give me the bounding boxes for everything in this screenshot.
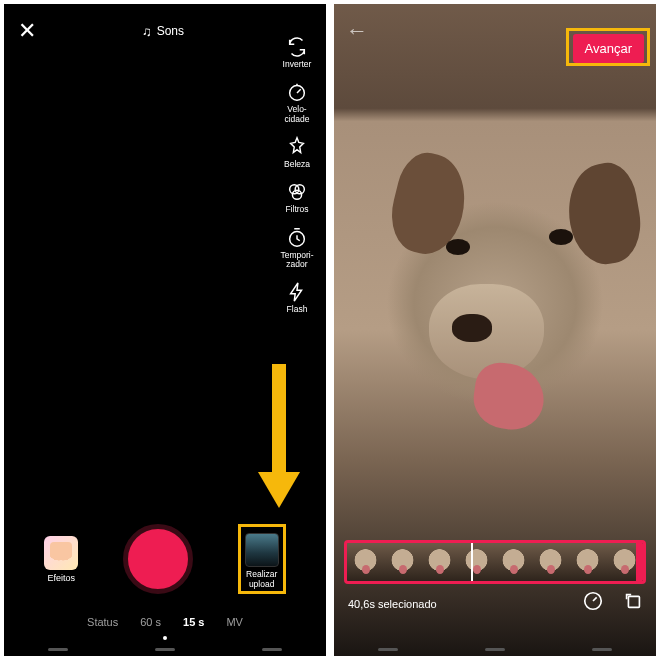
mode-tabs: Status 60 s 15 s MV — [4, 616, 326, 628]
rotate-button[interactable] — [622, 590, 644, 616]
music-note-icon: ♫ — [142, 24, 152, 39]
speed-adjust-icon — [582, 590, 604, 612]
timer-button[interactable]: Tempori- zador — [274, 227, 320, 270]
mode-status[interactable]: Status — [87, 616, 118, 628]
flip-icon — [286, 36, 308, 58]
sounds-button[interactable]: ♫ Sons — [142, 24, 184, 39]
playhead[interactable] — [471, 540, 473, 584]
mode-15s[interactable]: 15 s — [183, 616, 204, 628]
next-button[interactable]: Avançar — [573, 34, 644, 63]
speed-adjust-button[interactable] — [582, 590, 604, 616]
mode-mv[interactable]: MV — [226, 616, 243, 628]
svg-rect-6 — [628, 596, 639, 607]
flash-label: Flash — [287, 305, 308, 314]
android-nav-bar — [4, 644, 326, 654]
selected-duration-label: 40,6s selecionado — [348, 598, 437, 610]
upload-label: Realizar upload — [246, 570, 277, 589]
beauty-button[interactable]: Beleza — [274, 136, 320, 169]
flash-icon — [286, 281, 308, 303]
timer-label: Tempori- zador — [280, 251, 313, 270]
filters-label: Filtros — [285, 205, 308, 214]
annotation-arrow — [258, 364, 298, 514]
flash-button[interactable]: Flash — [274, 281, 320, 314]
close-icon[interactable]: ✕ — [18, 18, 36, 44]
rotate-icon — [622, 590, 644, 612]
mode-60s[interactable]: 60 s — [140, 616, 161, 628]
flip-button[interactable]: Inverter — [274, 36, 320, 69]
upload-button[interactable]: Realizar upload — [238, 524, 286, 594]
trim-slider[interactable] — [344, 540, 646, 584]
beauty-label: Beleza — [284, 160, 310, 169]
camera-screen: ✕ ♫ Sons Inverter Velo- cidade Beleza — [4, 4, 326, 656]
timer-icon — [286, 227, 308, 249]
back-icon[interactable]: ← — [346, 18, 368, 44]
speed-button[interactable]: Velo- cidade — [274, 81, 320, 124]
svg-point-0 — [290, 86, 305, 101]
filters-button[interactable]: Filtros — [274, 181, 320, 214]
upload-thumbnail — [245, 533, 279, 567]
effects-button[interactable]: Efeitos — [44, 536, 78, 583]
mode-indicator-dot — [163, 636, 167, 640]
record-button[interactable] — [123, 524, 193, 594]
filters-icon — [286, 181, 308, 203]
effects-label: Efeitos — [48, 573, 76, 583]
side-toolbar: Inverter Velo- cidade Beleza Filtros Tem… — [274, 36, 320, 315]
sounds-label: Sons — [157, 24, 184, 38]
flip-label: Inverter — [283, 60, 312, 69]
beauty-icon — [286, 136, 308, 158]
speed-label: Velo- cidade — [284, 105, 309, 124]
speed-icon — [286, 81, 308, 103]
svg-point-3 — [292, 191, 301, 200]
effects-icon — [44, 536, 78, 570]
trim-screen: ← Avançar 40,6s selecionado — [334, 4, 656, 656]
svg-point-2 — [295, 185, 304, 194]
android-nav-bar — [334, 644, 656, 654]
